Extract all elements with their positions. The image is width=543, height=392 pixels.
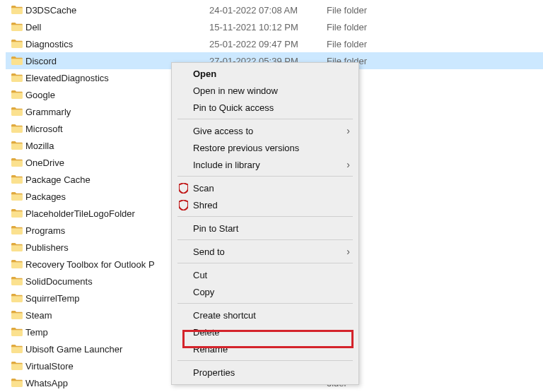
folder-icon <box>6 226 25 234</box>
folder-icon <box>6 192 25 201</box>
separator <box>177 176 353 177</box>
folder-icon <box>6 260 25 268</box>
file-name: D3DSCache <box>25 5 209 16</box>
context-properties[interactable]: Properties <box>173 364 357 381</box>
folder-icon <box>6 379 25 387</box>
folder-icon <box>6 209 25 218</box>
context-open-new-window[interactable]: Open in new window <box>173 82 357 99</box>
separator <box>177 263 353 263</box>
chevron-right-icon: › <box>346 246 350 257</box>
folder-icon <box>6 90 25 99</box>
folder-icon <box>6 362 25 370</box>
context-copy[interactable]: Copy <box>173 283 357 300</box>
folder-icon <box>6 277 25 285</box>
folder-icon <box>6 40 25 48</box>
folder-icon <box>6 328 25 336</box>
context-open[interactable]: Open <box>173 65 357 82</box>
context-include-in-library[interactable]: Include in library› <box>173 156 357 173</box>
context-mcafee-scan[interactable]: Scan <box>173 179 357 196</box>
context-cut[interactable]: Cut <box>173 266 357 283</box>
separator <box>177 360 353 361</box>
folder-icon <box>6 345 25 353</box>
folder-icon <box>6 107 25 116</box>
context-delete[interactable]: Delete <box>173 323 357 340</box>
context-pin-quick-access[interactable]: Pin to Quick access <box>173 99 357 116</box>
file-name: Dell <box>25 22 209 32</box>
file-date: 15-11-2021 10:12 PM <box>209 22 327 32</box>
context-rename[interactable]: Rename <box>173 340 357 357</box>
folder-icon <box>6 57 25 65</box>
folder-icon <box>6 141 25 150</box>
separator <box>177 303 353 304</box>
folder-icon <box>6 311 25 319</box>
folder-icon <box>6 73 25 82</box>
folder-icon <box>6 23 25 31</box>
file-row[interactable]: Dell15-11-2021 10:12 PMFile folder <box>6 18 543 35</box>
chevron-right-icon: › <box>346 125 350 136</box>
file-name: Diagnostics <box>25 39 209 49</box>
context-pin-to-start[interactable]: Pin to Start <box>173 220 357 237</box>
mcafee-shield-icon <box>177 199 189 210</box>
file-type: File folder <box>327 22 411 32</box>
context-give-access-to[interactable]: Give access to› <box>173 122 357 139</box>
file-row[interactable]: D3DSCache24-01-2022 07:08 AMFile folder <box>6 1 543 18</box>
separator <box>177 216 353 217</box>
separator <box>177 239 353 240</box>
separator <box>177 119 353 119</box>
file-row[interactable]: Diagnostics25-01-2022 09:47 PMFile folde… <box>6 35 543 52</box>
mcafee-shield-icon <box>177 182 189 194</box>
folder-icon <box>6 175 25 184</box>
context-mcafee-shred[interactable]: Shred <box>173 196 357 213</box>
file-date: 25-01-2022 09:47 PM <box>209 39 327 49</box>
folder-icon <box>6 6 25 14</box>
chevron-right-icon: › <box>346 159 350 170</box>
context-create-shortcut[interactable]: Create shortcut <box>173 307 357 323</box>
file-type: File folder <box>327 5 411 16</box>
file-type: File folder <box>327 39 411 49</box>
folder-icon <box>6 294 25 302</box>
context-send-to[interactable]: Send to› <box>173 243 357 260</box>
context-menu: Open Open in new window Pin to Quick acc… <box>171 62 359 385</box>
context-restore-previous-versions[interactable]: Restore previous versions <box>173 139 357 156</box>
folder-icon <box>6 243 25 251</box>
folder-icon <box>6 124 25 133</box>
file-date: 24-01-2022 07:08 AM <box>209 5 327 16</box>
folder-icon <box>6 158 25 167</box>
